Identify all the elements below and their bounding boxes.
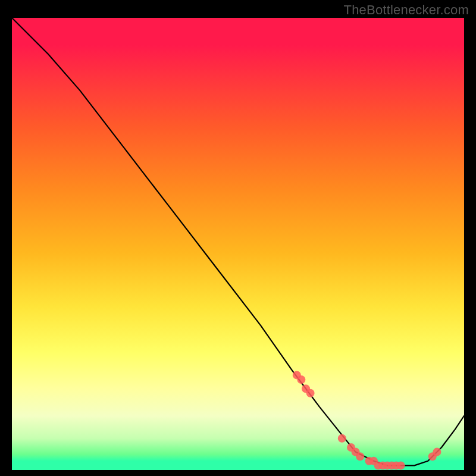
highlight-dot [338, 434, 346, 443]
attribution-text: TheBottlenecker.com [344, 2, 469, 18]
highlight-dot [297, 375, 305, 384]
highlight-dot [306, 389, 315, 397]
plot-area [12, 18, 464, 470]
chart-root: TheBottlenecker.com [0, 0, 476, 476]
chart-svg [12, 18, 464, 470]
highlight-dots [293, 371, 441, 469]
highlight-dot [433, 448, 441, 456]
highlight-dot [356, 452, 364, 461]
bottleneck-curve [12, 18, 464, 465]
highlight-dot [397, 461, 405, 469]
